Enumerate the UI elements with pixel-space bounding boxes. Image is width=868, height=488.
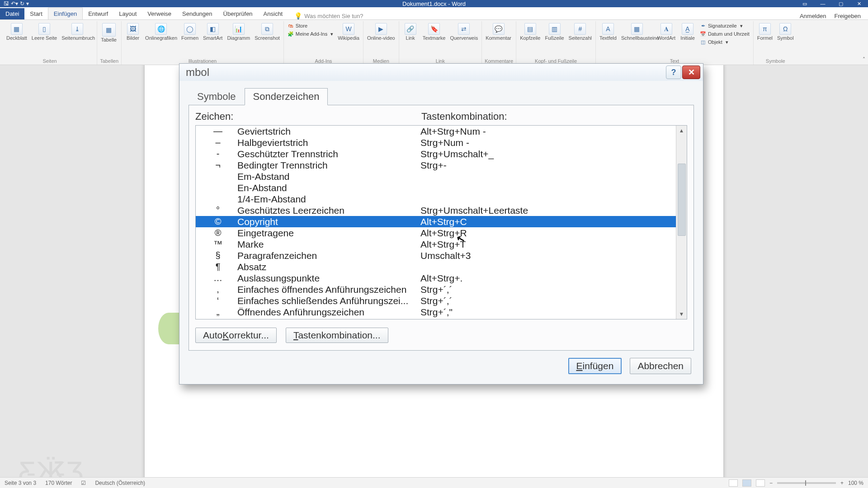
list-item[interactable]: ©CopyrightAlt+Strg+C bbox=[196, 216, 676, 227]
insert-button[interactable]: Einfügen bbox=[568, 358, 622, 374]
page-break-button[interactable]: ⤓Seitenumbruch bbox=[61, 22, 94, 42]
list-item[interactable]: ®EingetrageneAlt+Strg+R bbox=[196, 227, 676, 239]
list-scrollbar[interactable]: ▲ ▼ bbox=[676, 126, 687, 319]
store-button[interactable]: 🛍Store bbox=[287, 22, 334, 29]
crossref-button[interactable]: ⇄Querverweis bbox=[449, 22, 479, 42]
list-item-shortcut: Strg+Num - bbox=[420, 137, 676, 148]
date-time-button[interactable]: 📅Datum und Uhrzeit bbox=[699, 30, 750, 38]
list-item[interactable]: —GeviertstrichAlt+Strg+Num - bbox=[196, 126, 676, 137]
tab-file[interactable]: Datei bbox=[0, 8, 24, 19]
list-item[interactable]: ¶Absatz bbox=[196, 261, 676, 272]
status-page[interactable]: Seite 3 von 3 bbox=[5, 480, 36, 486]
tab-design[interactable]: Entwurf bbox=[83, 8, 113, 19]
bookmark-button[interactable]: 🔖Textmarke bbox=[422, 22, 447, 42]
collapse-ribbon-icon[interactable]: ˄ bbox=[863, 56, 865, 63]
list-item[interactable]: -Geschützter TrennstrichStrg+Umschalt+_ bbox=[196, 148, 676, 160]
comment-button[interactable]: 💬Kommentar bbox=[485, 22, 512, 42]
tab-sonderzeichen[interactable]: Sonderzeichen bbox=[245, 88, 328, 105]
quickparts-button[interactable]: ▦Schnellbausteine bbox=[620, 22, 654, 42]
qat-dropdown-icon[interactable]: ▾ bbox=[26, 0, 29, 7]
tab-view[interactable]: Ansicht bbox=[258, 8, 288, 19]
zoom-level[interactable]: 100 % bbox=[848, 480, 863, 486]
status-word-count[interactable]: 170 Wörter bbox=[45, 480, 72, 486]
share-button[interactable]: Freigeben bbox=[834, 13, 861, 19]
my-addins-button[interactable]: 🧩Meine Add-Ins ▾ bbox=[287, 30, 334, 38]
cancel-button[interactable]: Abbrechen bbox=[630, 358, 691, 374]
cover-page-button[interactable]: ▦Deckblatt bbox=[5, 22, 28, 42]
view-print-layout-icon[interactable] bbox=[742, 479, 751, 487]
dialog-titlebar[interactable]: mbol ? ✕ bbox=[179, 64, 703, 81]
proofing-icon[interactable]: ☑ bbox=[81, 480, 86, 486]
list-item-name: Geschütztes Leerzeichen bbox=[237, 205, 420, 216]
tab-review[interactable]: Überprüfen bbox=[218, 8, 258, 19]
scroll-thumb[interactable] bbox=[678, 164, 686, 236]
minimize-icon[interactable]: — bbox=[814, 0, 832, 7]
online-pictures-button[interactable]: 🌐Onlinegrafiken bbox=[144, 22, 178, 42]
tell-me-search[interactable]: 💡 Was möchten Sie tun? bbox=[294, 12, 363, 19]
list-item[interactable]: §ParagrafenzeichenUmschalt+3 bbox=[196, 250, 676, 261]
online-video-button[interactable]: ▶Online-video bbox=[366, 22, 396, 42]
shortcut-key-button[interactable]: Tastenkombination... bbox=[286, 328, 388, 343]
sign-in-link[interactable]: Anmelden bbox=[800, 13, 826, 19]
view-read-mode-icon[interactable] bbox=[729, 479, 738, 487]
list-item-symbol: … bbox=[198, 273, 237, 283]
tab-layout[interactable]: Layout bbox=[113, 8, 142, 19]
link-button[interactable]: 🔗Link bbox=[402, 22, 419, 42]
list-item[interactable]: ™MarkeAlt+Strg+T bbox=[196, 239, 676, 250]
screenshot-button[interactable]: ⧉Screenshot bbox=[254, 22, 281, 42]
pictures-button[interactable]: 🖼Bilder bbox=[124, 22, 142, 42]
object-button[interactable]: ◫Objekt ▾ bbox=[699, 38, 750, 46]
list-item[interactable]: ‚Einfaches öffnendes AnführungszeichenSt… bbox=[196, 284, 676, 295]
equation-button[interactable]: πFormel bbox=[756, 22, 774, 42]
list-item[interactable]: En-Abstand bbox=[196, 182, 676, 193]
pagenum-button[interactable]: #Seitenzahl bbox=[568, 22, 593, 42]
list-item-name: Paragrafenzeichen bbox=[237, 250, 420, 261]
shapes-button[interactable]: ◯Formen bbox=[180, 22, 199, 42]
list-item[interactable]: ¬Bedingter TrennstrichStrg+- bbox=[196, 160, 676, 171]
tab-references[interactable]: Verweise bbox=[142, 8, 177, 19]
textbox-button[interactable]: ATextfeld bbox=[599, 22, 618, 42]
status-language[interactable]: Deutsch (Österreich) bbox=[95, 480, 145, 486]
ribbon-options-icon[interactable]: ▭ bbox=[796, 0, 814, 7]
date-icon: 📅 bbox=[700, 31, 706, 37]
tab-start[interactable]: Start bbox=[24, 8, 47, 19]
list-item[interactable]: …AuslassungspunkteAlt+Strg+. bbox=[196, 272, 676, 284]
view-web-layout-icon[interactable] bbox=[756, 479, 765, 487]
zoom-out-icon[interactable]: − bbox=[769, 480, 773, 486]
dropcap-button[interactable]: A̲Initiale bbox=[679, 22, 696, 42]
list-item-shortcut: Alt+Strg+T bbox=[420, 239, 676, 250]
symbol-button[interactable]: ΩSymbol bbox=[776, 22, 795, 42]
tab-symbole[interactable]: Symbole bbox=[189, 88, 245, 105]
smartart-button[interactable]: ◧SmartArt bbox=[202, 22, 223, 42]
signature-line-button[interactable]: ✒Signaturzeile ▾ bbox=[699, 22, 750, 29]
header-button[interactable]: ▤Kopfzeile bbox=[519, 22, 541, 42]
dialog-close-button[interactable]: ✕ bbox=[682, 66, 700, 79]
chart-button[interactable]: 📊Diagramm bbox=[226, 22, 251, 42]
autocorrect-button[interactable]: AutoKorrektur... bbox=[195, 328, 277, 343]
list-item[interactable]: °Geschütztes LeerzeichenStrg+Umschalt+Le… bbox=[196, 205, 676, 216]
scroll-down-icon[interactable]: ▼ bbox=[676, 309, 687, 319]
undo-icon[interactable]: ↶▾ bbox=[11, 0, 18, 7]
wordart-button[interactable]: 𝐀WordArt bbox=[656, 22, 676, 42]
wikipedia-button[interactable]: WWikipedia bbox=[337, 22, 360, 42]
footer-button[interactable]: ▥Fußzeile bbox=[544, 22, 565, 42]
list-item[interactable]: „Öffnendes AnführungszeichenStrg+´," bbox=[196, 306, 676, 318]
list-item[interactable]: “Schließendes AnführungszeichenStrg+´," bbox=[196, 318, 676, 319]
maximize-icon[interactable]: ▢ bbox=[832, 0, 850, 7]
blank-page-button[interactable]: ▯Leere Seite bbox=[31, 22, 58, 42]
bookmark-icon: 🔖 bbox=[428, 23, 440, 35]
close-window-icon[interactable]: ✕ bbox=[850, 0, 868, 7]
list-item[interactable]: –HalbgeviertstrichStrg+Num - bbox=[196, 137, 676, 148]
zoom-in-icon[interactable]: + bbox=[840, 480, 844, 486]
redo-icon[interactable]: ↻ bbox=[20, 0, 24, 7]
list-item[interactable]: 1/4-Em-Abstand bbox=[196, 193, 676, 205]
table-button[interactable]: ▦Tabelle bbox=[100, 22, 118, 43]
list-item[interactable]: Em-Abstand bbox=[196, 171, 676, 182]
scroll-up-icon[interactable]: ▲ bbox=[676, 126, 687, 136]
dialog-help-button[interactable]: ? bbox=[666, 66, 681, 79]
tab-insert[interactable]: Einfügen bbox=[48, 8, 83, 19]
zoom-slider[interactable] bbox=[777, 482, 836, 484]
list-item[interactable]: ‘Einfaches schließendes Anführungszei...… bbox=[196, 295, 676, 306]
tab-mailings[interactable]: Sendungen bbox=[177, 8, 218, 19]
save-icon[interactable]: 🖫 bbox=[4, 0, 9, 7]
